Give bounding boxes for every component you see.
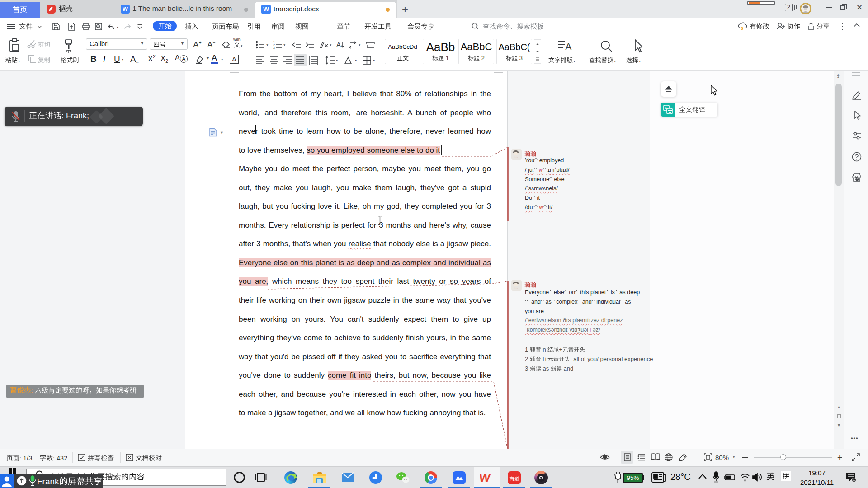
svg-text:W: W xyxy=(480,471,491,484)
svg-text:A: A xyxy=(565,41,572,52)
svg-text:A: A xyxy=(336,41,341,48)
svg-text:A: A xyxy=(665,106,667,111)
svg-text:3: 3 xyxy=(273,46,275,49)
